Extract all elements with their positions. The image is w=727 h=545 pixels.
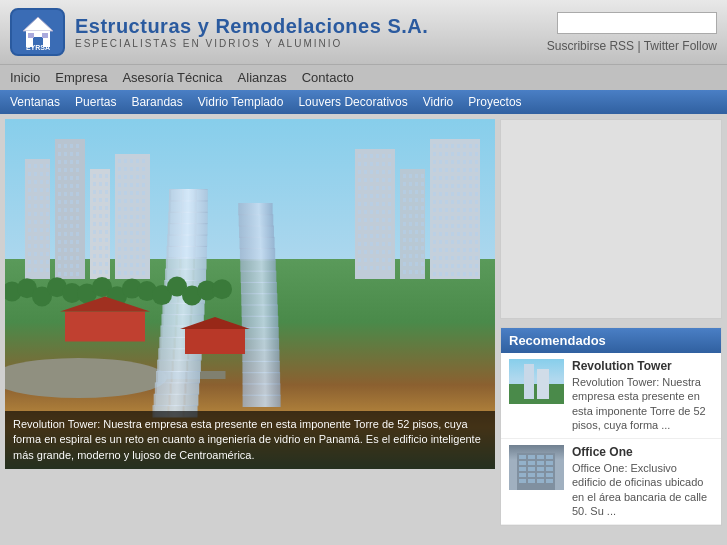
header-links: Suscribirse RSS | Twitter Follow xyxy=(547,39,717,53)
rec-title-1[interactable]: Revolution Tower xyxy=(572,359,713,373)
header-right: Suscribirse RSS | Twitter Follow xyxy=(547,12,717,53)
blue-nav-puertas[interactable]: Puertas xyxy=(75,95,116,109)
logo-box: EYRSA xyxy=(10,8,65,56)
blue-nav: Ventanas Puertas Barandas Vidrio Templad… xyxy=(0,90,727,114)
nav-alianzas[interactable]: Alianzas xyxy=(238,70,287,85)
rec-info-2: Office One Office One: Exclusivo edifici… xyxy=(572,445,713,518)
recomendados-header: Recomendados xyxy=(501,328,721,353)
blue-nav-vidrio[interactable]: Vidrio xyxy=(423,95,453,109)
rec-desc-1: Revolution Tower: Nuestra empresa esta p… xyxy=(572,375,713,432)
svg-rect-3 xyxy=(28,33,34,38)
main-image-container: Revolution Tower: Nuestra empresa esta p… xyxy=(5,119,495,469)
logo-area: EYRSA Estructuras y Remodelaciones S.A. … xyxy=(10,8,428,56)
thumb-image-1 xyxy=(509,359,564,404)
twitter-link[interactable]: Twitter Follow xyxy=(644,39,717,53)
blue-nav-ventanas[interactable]: Ventanas xyxy=(10,95,60,109)
recomendados-section: Recomendados Revolution Tower Revolution… xyxy=(500,327,722,526)
logo-icon: EYRSA xyxy=(18,13,58,51)
svg-text:EYRSA: EYRSA xyxy=(25,44,49,51)
image-caption: Revolution Tower: Nuestra empresa esta p… xyxy=(5,411,495,469)
header: EYRSA Estructuras y Remodelaciones S.A. … xyxy=(0,0,727,65)
thumb-image-2 xyxy=(509,445,564,490)
logo-text-area: Estructuras y Remodelaciones S.A. Especi… xyxy=(75,15,428,49)
nav-inicio[interactable]: Inicio xyxy=(10,70,40,85)
nav-asesoria[interactable]: Asesoría Técnica xyxy=(122,70,222,85)
nav-contacto[interactable]: Contacto xyxy=(302,70,354,85)
rec-info-1: Revolution Tower Revolution Tower: Nuest… xyxy=(572,359,713,432)
list-item: Revolution Tower Revolution Tower: Nuest… xyxy=(501,353,721,439)
main-nav: Inicio Empresa Asesoría Técnica Alianzas… xyxy=(0,65,727,90)
rec-thumb-revolution[interactable] xyxy=(509,359,564,404)
logo-tagline: Especialistas en Vidrios y Aluminio xyxy=(75,38,428,49)
rec-title-2[interactable]: Office One xyxy=(572,445,713,459)
ad-placeholder xyxy=(500,119,722,319)
blue-nav-vidrio-templado[interactable]: Vidrio Templado xyxy=(198,95,284,109)
rec-thumb-office[interactable] xyxy=(509,445,564,490)
blue-nav-proyectos[interactable]: Proyectos xyxy=(468,95,521,109)
svg-marker-0 xyxy=(23,17,53,31)
rec-desc-2: Office One: Exclusivo edificio de oficin… xyxy=(572,461,713,518)
rss-link[interactable]: Suscribirse RSS xyxy=(547,39,634,53)
right-column: Recomendados Revolution Tower Revolution… xyxy=(495,119,722,526)
search-input[interactable] xyxy=(557,12,717,34)
logo-company-name: Estructuras y Remodelaciones S.A. xyxy=(75,15,428,38)
list-item: Office One Office One: Exclusivo edifici… xyxy=(501,439,721,525)
blue-nav-louvers[interactable]: Louvers Decorativos xyxy=(298,95,407,109)
nav-empresa[interactable]: Empresa xyxy=(55,70,107,85)
svg-rect-4 xyxy=(42,33,48,38)
left-column: Revolution Tower: Nuestra empresa esta p… xyxy=(5,119,495,526)
main-content: Revolution Tower: Nuestra empresa esta p… xyxy=(0,114,727,531)
blue-nav-barandas[interactable]: Barandas xyxy=(131,95,182,109)
